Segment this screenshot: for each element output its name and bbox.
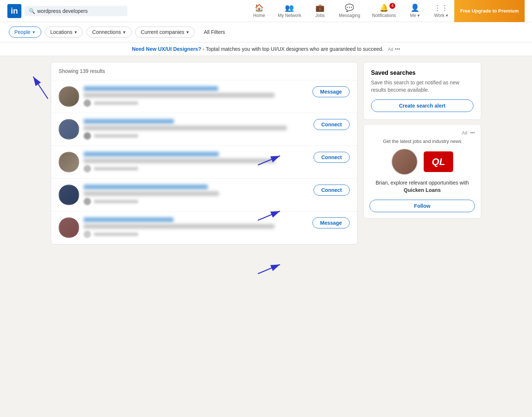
nav-label-home: Home bbox=[253, 13, 265, 18]
message-button[interactable]: Message bbox=[312, 217, 350, 228]
ad-banner-text: - Toptal matches you with top UI/UX desi… bbox=[203, 46, 384, 52]
ad-banner-link[interactable]: Need New UX/UI Designers? bbox=[132, 46, 201, 52]
search-bar[interactable]: 🔍 bbox=[24, 6, 127, 16]
message-button[interactable]: Message bbox=[312, 86, 350, 97]
nav-item-home[interactable]: 🏠 Home bbox=[246, 0, 272, 22]
table-row: Message bbox=[51, 80, 357, 113]
connect-button[interactable]: Connect bbox=[314, 119, 350, 130]
filter-companies-label: Current companies bbox=[141, 29, 184, 35]
saved-searches-description: Save this search to get notified as new … bbox=[371, 79, 473, 94]
notifications-badge: 4 bbox=[389, 3, 395, 9]
search-icon: 🔍 bbox=[29, 8, 35, 14]
nav-item-my-network[interactable]: 👥 My Network bbox=[272, 0, 307, 22]
result-info bbox=[84, 86, 308, 107]
result-action: Connect bbox=[314, 119, 350, 130]
all-filters-button[interactable]: All Filters bbox=[199, 27, 230, 37]
sidebar: Saved searches Save this search to get n… bbox=[363, 62, 481, 245]
nav-label-my-network: My Network bbox=[278, 13, 301, 18]
filter-people-button[interactable]: People ▼ bbox=[9, 27, 41, 38]
saved-searches-title: Saved searches bbox=[371, 70, 473, 76]
result-action: Connect bbox=[314, 152, 350, 163]
navbar: in 🔍 🏠 Home 👥 My Network 💼 Jobs 💬 Messag… bbox=[0, 0, 532, 22]
nav-label-messaging: Messaging bbox=[339, 13, 360, 18]
filter-people-label: People bbox=[14, 29, 31, 35]
ad-company-name: Quicken Loans bbox=[404, 187, 441, 193]
nav-item-notifications[interactable]: 🔔 4 Notifications bbox=[366, 0, 402, 22]
home-icon: 🏠 bbox=[255, 3, 264, 12]
filter-bar: People ▼ Locations ▼ Connections ▼ Curre… bbox=[0, 22, 532, 42]
nav-label-notifications: Notifications bbox=[372, 13, 396, 18]
create-search-alert-button[interactable]: Create search alert bbox=[371, 99, 473, 112]
ad-label: Ad bbox=[388, 47, 393, 52]
saved-searches-card: Saved searches Save this search to get n… bbox=[363, 62, 481, 120]
avatar bbox=[59, 217, 79, 238]
companies-chevron-icon: ▼ bbox=[186, 30, 189, 34]
avatar bbox=[59, 86, 79, 107]
ad-card-header: Ad ••• bbox=[370, 130, 475, 136]
ad-card-logos: QL bbox=[370, 148, 475, 175]
ad-banner: Need New UX/UI Designers? - Toptal match… bbox=[0, 42, 532, 56]
filter-locations-label: Locations bbox=[50, 29, 73, 35]
linkedin-logo[interactable]: in bbox=[7, 4, 21, 18]
filter-current-companies-button[interactable]: Current companies ▼ bbox=[135, 27, 195, 38]
filter-connections-button[interactable]: Connections ▼ bbox=[87, 27, 132, 38]
connections-chevron-icon: ▼ bbox=[122, 30, 126, 34]
nav-item-work[interactable]: ⋮⋮ Work ▾ bbox=[428, 0, 454, 22]
result-info bbox=[84, 185, 309, 205]
svg-line-4 bbox=[258, 264, 280, 274]
messaging-icon: 💬 bbox=[345, 3, 354, 12]
jobs-icon: 💼 bbox=[315, 3, 325, 12]
nav-label-work: Work ▾ bbox=[434, 13, 448, 18]
ad-card-dots-icon[interactable]: ••• bbox=[470, 130, 475, 136]
my-network-icon: 👥 bbox=[285, 3, 294, 12]
me-avatar-icon: 👤 bbox=[410, 3, 420, 12]
follow-button[interactable]: Follow bbox=[370, 200, 475, 212]
avatar bbox=[59, 185, 79, 205]
connect-button[interactable]: Connect bbox=[314, 152, 350, 163]
nav-label-jobs: Jobs bbox=[315, 13, 325, 18]
ad-card-body-text: Get the latest jobs and industry news bbox=[370, 139, 475, 144]
nav-items: 🏠 Home 👥 My Network 💼 Jobs 💬 Messaging 🔔… bbox=[246, 0, 525, 22]
connect-button[interactable]: Connect bbox=[314, 185, 350, 196]
filter-locations-button[interactable]: Locations ▼ bbox=[45, 27, 83, 38]
search-input[interactable] bbox=[37, 8, 123, 14]
nav-item-me[interactable]: 👤 Me ▾ bbox=[402, 0, 428, 22]
ad-card: Ad ••• Get the latest jobs and industry … bbox=[363, 124, 481, 218]
ad-more-icon[interactable]: ••• bbox=[395, 46, 400, 52]
result-info bbox=[84, 217, 308, 238]
main-layout: Showing 139 results Message bbox=[45, 62, 487, 245]
results-panel: Showing 139 results Message bbox=[51, 62, 357, 245]
premium-upgrade-button[interactable]: Free Upgrade to Premium bbox=[454, 0, 525, 22]
results-count: Showing 139 results bbox=[51, 62, 357, 80]
ad-card-description: Brian, explore relevant opportunities wi… bbox=[370, 179, 475, 194]
nav-item-messaging[interactable]: 💬 Messaging bbox=[333, 0, 366, 22]
nav-item-jobs[interactable]: 💼 Jobs bbox=[307, 0, 333, 22]
people-chevron-icon: ▼ bbox=[32, 30, 36, 34]
notifications-icon: 🔔 bbox=[379, 3, 389, 12]
work-icon: ⋮⋮ bbox=[434, 3, 448, 12]
table-row: Connect bbox=[51, 179, 357, 211]
table-row: Connect bbox=[51, 113, 357, 146]
table-row: Connect bbox=[51, 146, 357, 179]
result-info bbox=[84, 152, 309, 172]
result-action: Message bbox=[312, 217, 350, 228]
locations-chevron-icon: ▼ bbox=[74, 30, 77, 34]
result-info bbox=[84, 119, 309, 140]
ad-card-label: Ad bbox=[462, 130, 468, 136]
ad-company-logo: QL bbox=[424, 151, 453, 172]
ad-user-avatar bbox=[391, 148, 418, 175]
result-action: Connect bbox=[314, 185, 350, 196]
nav-label-me: Me ▾ bbox=[410, 13, 420, 18]
table-row: Message bbox=[51, 211, 357, 244]
filter-connections-label: Connections bbox=[92, 29, 121, 35]
avatar bbox=[59, 119, 79, 140]
result-action: Message bbox=[312, 86, 350, 97]
avatar bbox=[59, 152, 79, 172]
